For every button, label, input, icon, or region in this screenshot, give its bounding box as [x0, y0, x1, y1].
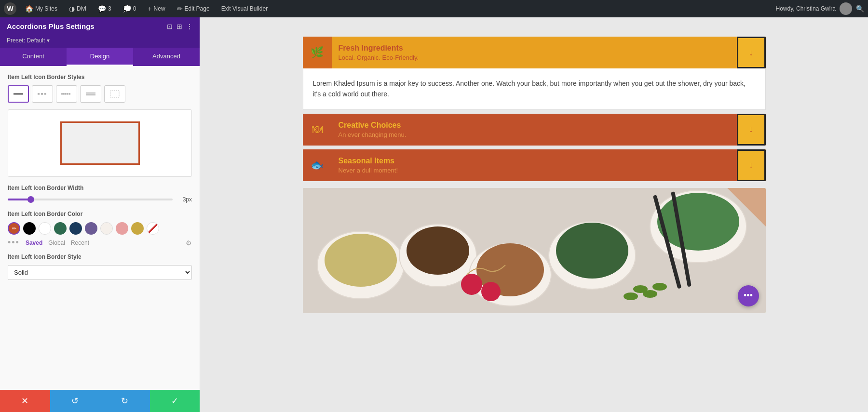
sidebar-bottom-bar: ✕ ↺ ↻ ✓	[0, 390, 200, 412]
accordion-subtitle-3: Never a dull moment!	[339, 167, 730, 174]
tab-design-label: Design	[90, 53, 109, 60]
recent-label: Recent	[71, 239, 89, 246]
accordion-title-2: Creative Choices	[339, 121, 730, 130]
color-swatch-navy[interactable]	[69, 222, 82, 235]
redo-button[interactable]: ↻	[100, 390, 150, 412]
svg-point-24	[624, 292, 638, 300]
redo-icon: ↻	[121, 396, 128, 406]
accordion-item-3: 🐟 Seasonal Items Never a dull moment! ↓	[303, 149, 766, 181]
accordion-subtitle-2: An ever changing menu.	[339, 131, 730, 138]
accordion-icon-1: 🌿	[303, 37, 332, 68]
accordion-item-2: 🍽 Creative Choices An ever changing menu…	[303, 114, 766, 146]
color-tab-global[interactable]: Global	[48, 239, 65, 246]
color-tab-saved[interactable]: Saved	[26, 239, 42, 246]
border-style-none-btn[interactable]	[104, 85, 125, 103]
dots-icon: •••	[744, 291, 753, 301]
exit-builder-label: Exit Visual Builder	[221, 5, 268, 12]
exit-builder-button[interactable]: Exit Visual Builder	[218, 3, 271, 14]
accordion-toggle-2[interactable]: ↓	[737, 114, 766, 146]
resize-icon[interactable]: ⊡	[167, 23, 173, 30]
accordion-title-3: Seasonal Items	[339, 157, 730, 165]
border-style-dropdown-label: Item Left Icon Border Style	[8, 253, 192, 260]
sidebar-content: Item Left Icon Border Styles	[0, 66, 200, 390]
plus-icon: +	[148, 5, 151, 13]
comments-menu[interactable]: 💬 3	[95, 3, 114, 14]
border-style-options	[8, 85, 192, 103]
my-sites-menu[interactable]: 🏠 My Sites	[22, 3, 60, 14]
search-icon[interactable]: 🔍	[856, 5, 864, 13]
border-style-dotted-btn[interactable]	[56, 85, 77, 103]
divi-menu[interactable]: ◑ Divi	[66, 3, 89, 14]
tab-design[interactable]: Design	[67, 48, 133, 66]
color-swatch-custom[interactable]: ✏	[8, 222, 20, 235]
color-swatch-purple[interactable]	[85, 222, 97, 235]
cancel-button[interactable]: ✕	[0, 390, 50, 412]
svg-rect-5	[110, 91, 119, 97]
slider-thumb[interactable]	[27, 196, 34, 203]
color-settings-icon[interactable]: ⚙	[186, 239, 192, 247]
sidebar-header: Accordions Plus Settings ⊡ ⊞ ⋮	[0, 17, 200, 35]
food-image: •••	[303, 188, 766, 313]
accordion-toggle-3[interactable]: ↓	[737, 149, 766, 181]
svg-point-20	[481, 282, 501, 301]
border-style-select[interactable]: Solid None Dashed Dotted Double	[8, 265, 192, 280]
svg-point-16	[657, 193, 739, 251]
undo-button[interactable]: ↺	[50, 390, 100, 412]
color-swatch-white[interactable]	[39, 222, 51, 235]
svg-point-22	[643, 290, 657, 298]
my-sites-label: My Sites	[35, 5, 57, 12]
tab-content-label: Content	[22, 53, 44, 60]
color-swatch-green[interactable]	[54, 222, 67, 235]
border-width-label: Item Left Icon Border Width	[8, 185, 192, 191]
color-swatch-black[interactable]	[23, 222, 36, 235]
new-label: New	[154, 5, 165, 12]
border-style-solid-btn[interactable]	[8, 85, 29, 103]
edit-page-button[interactable]: ✏ Edit Page	[174, 3, 213, 14]
cancel-icon: ✕	[21, 396, 28, 406]
color-tab-recent[interactable]: Recent	[71, 239, 89, 246]
svg-point-19	[461, 274, 482, 295]
divi-label: Divi	[77, 5, 86, 12]
border-preview-box	[60, 121, 140, 165]
preset-selector[interactable]: Preset: Default ▾	[0, 35, 200, 48]
more-icon[interactable]: ⋮	[186, 23, 193, 30]
new-button[interactable]: + New	[145, 3, 168, 14]
floating-action-button[interactable]: •••	[738, 285, 759, 306]
color-swatch-slash[interactable]	[147, 222, 159, 235]
color-swatch-pink[interactable]	[116, 222, 128, 235]
tab-advanced[interactable]: Advanced	[133, 48, 200, 66]
wp-logo-icon[interactable]: W	[4, 2, 16, 15]
border-color-label: Item Left Icon Border Color	[8, 211, 192, 217]
edit-page-label: Edit Page	[185, 5, 210, 12]
accordion-item-1: 🌿 Fresh Ingredients Local. Organic. Eco-…	[303, 37, 766, 110]
comments-count: 3	[108, 5, 111, 12]
tab-content[interactable]: Content	[0, 48, 67, 66]
border-width-slider[interactable]	[8, 199, 173, 200]
sidebar-header-icons: ⊡ ⊞ ⋮	[167, 23, 193, 30]
accordion-header-3: 🐟 Seasonal Items Never a dull moment! ↓	[303, 149, 766, 181]
svg-point-23	[652, 283, 667, 291]
border-preview-container	[8, 109, 192, 177]
user-avatar[interactable]	[840, 2, 852, 15]
accordion-body-text-1: Lorem Khaled Ipsum is a major key to suc…	[313, 80, 746, 98]
howdy-text: Howdy, Christina Gwira	[776, 5, 836, 12]
comments-icon: 💬	[98, 5, 106, 13]
color-swatch-cream[interactable]	[100, 222, 113, 235]
accordion-text-2: Creative Choices An ever changing menu.	[332, 116, 737, 143]
color-tabs: ••• Saved Global Recent ⚙	[8, 238, 192, 248]
border-style-double-btn[interactable]	[80, 85, 101, 103]
grid-icon[interactable]: ⊞	[176, 23, 182, 30]
topbar-right: Howdy, Christina Gwira 🔍	[776, 2, 864, 15]
svg-point-10	[407, 226, 469, 275]
confirm-button[interactable]: ✓	[150, 390, 200, 412]
chat-icon: 💭	[123, 5, 131, 13]
chat-menu[interactable]: 💭 0	[120, 3, 139, 14]
preset-label: Preset: Default	[7, 37, 45, 44]
border-style-dashed-btn[interactable]	[32, 85, 53, 103]
accordion-toggle-1[interactable]: ↓	[737, 37, 766, 68]
svg-point-14	[556, 223, 628, 279]
sidebar-tabs: Content Design Advanced	[0, 48, 200, 66]
global-label: Global	[48, 239, 65, 246]
color-dots[interactable]: •••	[8, 238, 20, 248]
color-swatch-gold[interactable]	[131, 222, 144, 235]
